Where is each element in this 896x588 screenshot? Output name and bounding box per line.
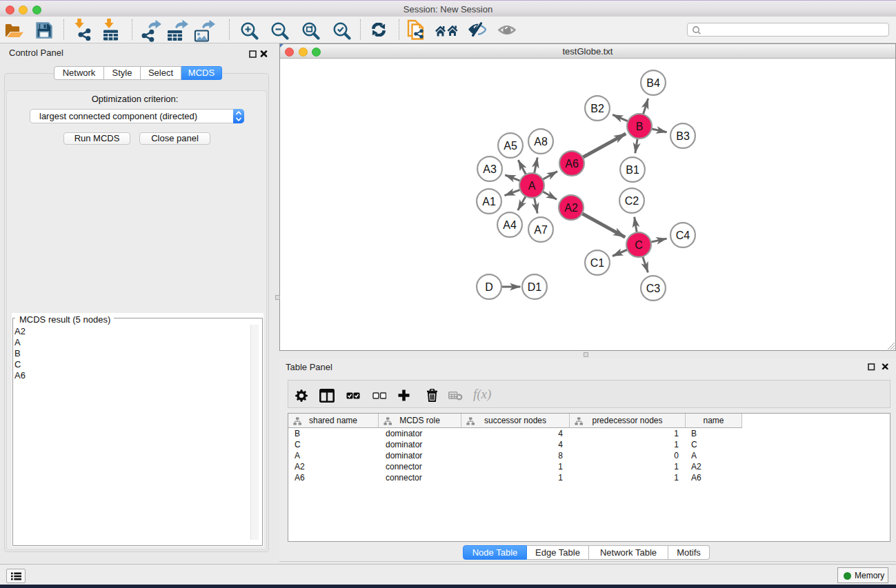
svg-text:C: C [635,239,643,251]
svg-text:A4: A4 [503,219,517,231]
svg-text:C3: C3 [646,283,661,294]
svg-text:C2: C2 [625,195,639,207]
svg-text:B1: B1 [626,164,639,176]
svg-text:A3: A3 [483,163,497,175]
svg-text:B3: B3 [676,130,690,142]
svg-text:A2: A2 [564,202,578,214]
svg-text:A8: A8 [534,136,548,148]
svg-text:D: D [485,281,493,293]
svg-text:A6: A6 [565,158,579,170]
svg-text:A7: A7 [534,224,548,236]
svg-text:B: B [636,121,644,132]
svg-text:C4: C4 [676,230,690,241]
svg-text:D1: D1 [528,281,542,293]
svg-text:A: A [528,180,536,192]
svg-text:A5: A5 [504,140,517,152]
svg-text:A1: A1 [482,196,496,207]
svg-text:C1: C1 [590,257,605,269]
svg-text:B4: B4 [646,77,660,89]
svg-text:B2: B2 [590,103,604,114]
